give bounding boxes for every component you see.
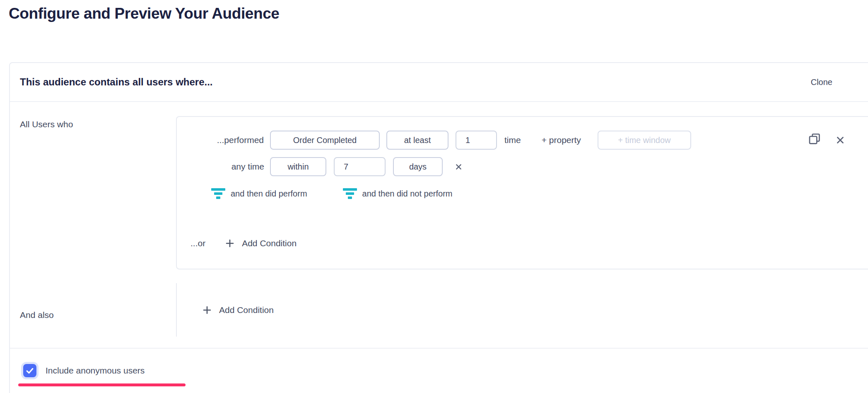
time-suffix-label: time xyxy=(504,135,521,145)
sequence-links-row: and then did perform and then did not pe… xyxy=(177,187,868,200)
window-number-input[interactable] xyxy=(334,157,386,176)
checkmark-icon xyxy=(25,366,34,375)
duplicate-condition-icon[interactable] xyxy=(808,132,821,146)
time-window-row: any time within days xyxy=(177,157,868,176)
add-condition-button[interactable]: Add Condition xyxy=(242,238,297,248)
remove-time-window-icon[interactable] xyxy=(455,163,463,171)
remove-condition-icon[interactable] xyxy=(835,135,845,145)
card-header-title: This audience contains all users where..… xyxy=(20,76,213,88)
and-then-did-perform-link[interactable]: and then did perform xyxy=(231,189,307,199)
or-prefix-label: ...or xyxy=(190,238,205,248)
plus-icon xyxy=(225,238,235,248)
window-unit-select[interactable]: days xyxy=(393,157,443,176)
plus-icon xyxy=(202,305,212,315)
card-header: This audience contains all users where..… xyxy=(10,63,868,102)
condition-group-panel: ...performed Order Completed at least ti… xyxy=(176,116,868,269)
and-also-section: And also Add Condition xyxy=(10,269,868,337)
performed-condition-row: ...performed Order Completed at least ti… xyxy=(177,131,868,150)
funnel-icon[interactable] xyxy=(211,188,225,199)
add-condition-button-2[interactable]: Add Condition xyxy=(219,305,274,315)
event-select[interactable]: Order Completed xyxy=(270,131,380,150)
time-window-button[interactable]: + time window xyxy=(598,131,691,150)
and-also-rule-column: Add Condition xyxy=(176,283,868,337)
anytime-prefix-label: any time xyxy=(177,162,264,172)
within-select[interactable]: within xyxy=(270,157,326,176)
footer-divider xyxy=(10,348,868,349)
all-users-section: All Users who ...performed Order Complet… xyxy=(10,102,868,269)
audience-builder-page: { "page_title": "Configure and Preview Y… xyxy=(0,0,868,393)
anonymous-users-row: Include anonymous users xyxy=(10,364,868,377)
add-property-button[interactable]: + property xyxy=(542,135,581,145)
page-title: Configure and Preview Your Audience xyxy=(9,5,280,22)
funnel-icon[interactable] xyxy=(343,188,357,199)
clone-button[interactable]: Clone xyxy=(811,78,832,87)
include-anonymous-checkbox[interactable] xyxy=(23,364,36,377)
or-add-condition-row: ...or Add Condition xyxy=(177,238,868,249)
and-then-did-not-perform-link[interactable]: and then did not perform xyxy=(362,189,453,199)
count-input[interactable] xyxy=(456,131,497,150)
performed-prefix-label: ...performed xyxy=(177,135,264,145)
include-anonymous-label: Include anonymous users xyxy=(46,366,145,376)
and-also-label: And also xyxy=(10,269,176,320)
operator-select[interactable]: at least xyxy=(386,131,448,150)
audience-card: This audience contains all users where..… xyxy=(9,62,868,393)
annotation-underline xyxy=(18,383,186,386)
all-users-label: All Users who xyxy=(10,102,176,269)
